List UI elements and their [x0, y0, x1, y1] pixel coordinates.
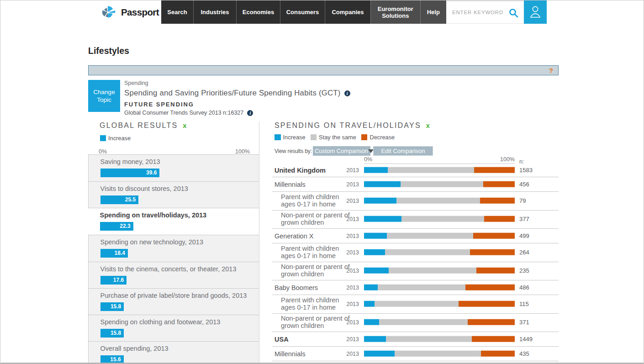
row-label: Visits to discount stores, 2013 [100, 185, 259, 192]
increase-bar[interactable]: 22.3 [100, 222, 133, 231]
edit-comparison-button[interactable]: Edit Comparison [373, 146, 433, 156]
decrease-segment [465, 284, 515, 290]
search-input[interactable] [452, 10, 509, 15]
global-results-legend: Increase [100, 135, 136, 142]
stay-the-same-segment [389, 268, 476, 274]
global-results-close-icon[interactable]: x [183, 122, 186, 129]
legend-swatch [274, 134, 281, 141]
comparison-dropdown[interactable]: Custom Comparison [313, 146, 370, 156]
comparison-row-year: 2013 [332, 249, 359, 255]
stacked-bar[interactable] [364, 181, 515, 187]
decrease-segment [476, 268, 515, 274]
stay-the-same-segment [388, 167, 474, 173]
comparison-close-icon[interactable]: x [426, 122, 430, 129]
global-results-row[interactable]: Spending on travel/holidays, 201322.3 [88, 208, 259, 235]
nav-item-euromonitor-solutions[interactable]: Euromonitor Solutions [370, 0, 420, 24]
comparison-row[interactable]: Millennials2013456 [272, 177, 559, 192]
survey-note: Global Consumer Trends Survey 2013 n:163… [124, 110, 243, 116]
comparison-row[interactable]: Non-parent or parent of grown children20… [272, 211, 559, 229]
topic-survey-line: Global Consumer Trends Survey 2013 n:163… [124, 110, 350, 116]
user-account-button[interactable] [524, 0, 547, 24]
change-topic-button[interactable]: ChangeTopic [88, 80, 120, 112]
increase-segment [364, 249, 385, 255]
increase-segment [364, 301, 375, 306]
stacked-bar[interactable] [364, 319, 515, 325]
stacked-bar[interactable] [364, 232, 515, 238]
stacked-bar[interactable] [364, 336, 515, 342]
page-title: Lifestyles [88, 46, 129, 56]
axis-min-label: 0% [99, 148, 107, 155]
comparison-row[interactable]: Parent with children ages 0-17 in home20… [272, 295, 559, 314]
nav-item-consumers[interactable]: Consumers [280, 0, 325, 24]
stacked-bar[interactable] [364, 197, 515, 203]
increase-segment [364, 350, 395, 356]
comparison-row-n: 264 [519, 249, 529, 256]
stacked-bar[interactable] [364, 249, 515, 255]
search-icon[interactable] [509, 8, 518, 18]
row-label: Purchase of private label/store brand go… [100, 292, 259, 299]
stacked-bar[interactable] [364, 268, 515, 274]
topic-title: Spending and Saving Priorities/Future Sp… [124, 89, 341, 98]
comparison-row[interactable]: Non-parent or parent of grown children20… [272, 314, 559, 332]
comparison-row-n: 79 [519, 197, 526, 204]
stay-the-same-segment [386, 336, 472, 342]
nav-item-companies[interactable]: Companies [325, 0, 370, 24]
global-results-row[interactable]: Visits to the cinema, concerts, or theat… [89, 262, 259, 288]
axis-max-label: 100% [235, 148, 250, 155]
row-label: Saving money, 2013 [100, 158, 259, 165]
increase-bar[interactable]: 18.4 [100, 249, 128, 258]
stacked-bar[interactable] [364, 284, 515, 290]
comparison-row[interactable]: Generation X2013499 [272, 229, 559, 243]
legend-swatch [361, 134, 368, 141]
stacked-bar[interactable] [364, 350, 515, 356]
collapsed-toolbar-strip[interactable]: ? [88, 65, 559, 75]
global-results-group: Spending on new technology, 201318.4Visi… [88, 235, 259, 364]
increase-bar[interactable]: 17.6 [100, 276, 127, 285]
top-navigation-bar: Passport SearchIndustriesEconomiesConsum… [0, 0, 644, 24]
global-results-row[interactable]: Spending on clothing and footwear, 20131… [89, 315, 259, 341]
nav-item-industries[interactable]: Industries [193, 0, 236, 24]
stacked-bar[interactable] [364, 301, 515, 306]
legend-item-increase: Increase [274, 134, 306, 141]
stacked-bar[interactable] [364, 167, 515, 173]
topic-info-icon[interactable]: i [344, 90, 350, 96]
legend-item-decrease: Decrease [361, 134, 395, 141]
help-icon[interactable]: ? [549, 67, 553, 74]
increase-bar[interactable]: 39.6 [100, 169, 160, 177]
passport-brand[interactable]: Passport [101, 4, 159, 21]
comparison-row-n: 486 [519, 284, 529, 291]
nav-item-search[interactable]: Search [161, 0, 193, 24]
increase-bar[interactable]: 15.8 [100, 302, 124, 311]
comparison-row[interactable]: Parent with children ages 0-17 in home20… [272, 192, 559, 211]
nav-item-economies[interactable]: Economies [236, 0, 280, 24]
comparison-row[interactable]: United Kingdom20131583 [272, 164, 559, 177]
comparison-row[interactable]: USA20131449 [272, 332, 559, 347]
global-results-rows: Saving money, 201339.6Visits to discount… [88, 154, 259, 364]
global-results-row[interactable]: Spending on new technology, 201318.4 [89, 235, 259, 262]
global-results-row[interactable]: Saving money, 201339.6 [89, 155, 259, 181]
global-results-row[interactable]: Purchase of private label/store brand go… [89, 288, 259, 315]
axis-max-label: 100% [500, 156, 515, 163]
increase-bar[interactable]: 15.8 [100, 329, 124, 338]
comparison-row[interactable]: Parent with children ages 0-17 in home20… [272, 243, 559, 262]
user-icon [528, 5, 542, 20]
survey-info-icon[interactable]: i [247, 110, 253, 116]
comparison-row-n: 115 [519, 301, 529, 307]
decrease-segment [472, 336, 515, 342]
stay-the-same-segment [387, 232, 473, 238]
global-results-title: GLOBAL RESULTS [100, 121, 178, 130]
comparison-axis: 0% 100% [364, 156, 515, 163]
comparison-row[interactable]: Millennials2013435 [272, 347, 559, 361]
view-results-by-label: View results by: [274, 148, 312, 154]
legend-swatch [100, 135, 106, 142]
global-results-row[interactable]: Overall spending, 201315.6 [89, 341, 259, 364]
nav-item-help[interactable]: Help [420, 0, 447, 24]
stacked-bar[interactable] [364, 216, 515, 222]
stay-the-same-segment [375, 301, 458, 306]
comparison-row[interactable]: Baby Boomers2013486 [272, 280, 559, 295]
decrease-segment [468, 319, 515, 325]
global-results-row[interactable]: Visits to discount stores, 201325.5 [89, 181, 259, 208]
comparison-dropdown-value: Custom Comparison [315, 148, 368, 154]
increase-bar[interactable]: 25.5 [100, 195, 139, 204]
comparison-row[interactable]: Non-parent or parent of grown children20… [272, 262, 559, 281]
